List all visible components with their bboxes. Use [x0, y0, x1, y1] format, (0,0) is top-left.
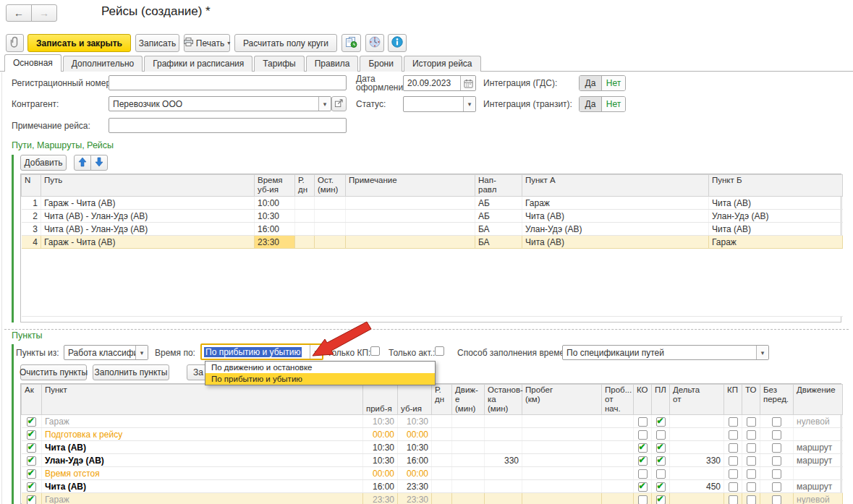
- cell-arrival[interactable]: 23:30: [363, 493, 398, 504]
- checkbox-icon[interactable]: [772, 456, 781, 466]
- cell-days[interactable]: [295, 197, 315, 210]
- cell-active[interactable]: [22, 454, 42, 467]
- status-combo[interactable]: ▾: [403, 96, 476, 112]
- cell-point-b[interactable]: Чита (АВ): [709, 197, 843, 210]
- cell-direction[interactable]: БА: [475, 236, 522, 249]
- clear-points-button[interactable]: Очистить пункты: [20, 364, 87, 380]
- cell-ko[interactable]: [634, 493, 652, 504]
- cell-to[interactable]: [742, 428, 760, 441]
- cell-days[interactable]: [432, 480, 452, 493]
- cell-stop-min[interactable]: [485, 493, 522, 504]
- table-row[interactable]: Подготовка к рейсу 00:00 00:00: [22, 428, 843, 441]
- cell-run-km[interactable]: [522, 493, 602, 504]
- cell-pl[interactable]: [652, 415, 670, 428]
- cell-movement[interactable]: [794, 467, 843, 480]
- cell-point[interactable]: Время отстоя: [42, 467, 363, 480]
- cell-departure[interactable]: 00:00: [398, 428, 432, 441]
- checkbox-icon[interactable]: [772, 482, 781, 492]
- cell-run-km[interactable]: [522, 441, 602, 454]
- cell-departure[interactable]: 00:00: [398, 467, 432, 480]
- trip-note-input[interactable]: [109, 118, 347, 133]
- table-row[interactable]: Улан-Удэ (АВ) 10:30 16:00 330 330 маршру…: [22, 454, 843, 467]
- tab-grafiki[interactable]: Графики и расписания: [144, 56, 252, 72]
- cell-to[interactable]: [742, 493, 760, 504]
- print-button[interactable]: Печать ▾: [184, 34, 230, 52]
- cell-kp[interactable]: [724, 454, 742, 467]
- tab-pravila[interactable]: Правила: [306, 56, 359, 72]
- tab-broni[interactable]: Брони: [360, 56, 402, 72]
- checkbox-icon[interactable]: [638, 469, 648, 479]
- cell-stop-min[interactable]: [485, 415, 522, 428]
- table-row-selected[interactable]: 4 Гараж - Чита (АВ) 23:30 БА Чита (АВ) Г…: [22, 236, 843, 249]
- tab-istoriya[interactable]: История рейса: [404, 56, 481, 72]
- checkbox-checked-icon[interactable]: [27, 417, 36, 427]
- cell-stop-min[interactable]: [485, 467, 522, 480]
- cell-to[interactable]: [742, 467, 760, 480]
- cell-days[interactable]: [295, 223, 315, 236]
- fill-points-button[interactable]: Заполнить пункты: [93, 364, 169, 380]
- cell-departure[interactable]: 23:30: [398, 493, 432, 504]
- table-row[interactable]: 2 Чита (АВ) - Улан-Удэ (АВ) 10:30 АБ Чит…: [22, 210, 843, 223]
- checkbox-checked-icon[interactable]: [27, 469, 36, 479]
- calendar-icon[interactable]: [460, 76, 475, 90]
- cell-point-a[interactable]: Чита (АВ): [522, 210, 709, 223]
- cell-days[interactable]: [295, 236, 315, 249]
- calculate-semicircles-button[interactable]: Расчитать полу круги: [234, 34, 337, 52]
- date-input[interactable]: 20.09.2023: [403, 75, 476, 91]
- table-row[interactable]: Время отстоя 00:00 00:00: [22, 467, 843, 480]
- checkbox-icon[interactable]: [747, 456, 756, 466]
- cell-movement[interactable]: маршрут: [794, 441, 843, 454]
- checkbox-checked-icon[interactable]: [656, 482, 666, 492]
- cell-bez[interactable]: [760, 415, 794, 428]
- move-up-button[interactable]: [74, 155, 91, 171]
- cell-stop[interactable]: [315, 197, 346, 210]
- cell-days[interactable]: [432, 428, 452, 441]
- checkbox-checked-icon[interactable]: [27, 443, 36, 453]
- chevron-down-icon[interactable]: ▾: [756, 346, 768, 359]
- cell-active[interactable]: [22, 441, 42, 454]
- checkbox-icon[interactable]: [772, 495, 781, 504]
- cell-kp[interactable]: [724, 441, 742, 454]
- cell-active[interactable]: [22, 480, 42, 493]
- cell-arrival[interactable]: 10:30: [363, 441, 398, 454]
- cell-note[interactable]: [346, 210, 475, 223]
- cell-path[interactable]: Гараж - Чита (АВ): [41, 236, 255, 249]
- table-row[interactable]: Чита (АВ) 16:00 23:30 450 маршрут: [22, 480, 843, 493]
- cell-point[interactable]: Гараж: [42, 493, 363, 504]
- cell-arrival[interactable]: 10:30: [363, 415, 398, 428]
- cell-ko[interactable]: [634, 480, 652, 493]
- cell-bez[interactable]: [760, 454, 794, 467]
- cell-days[interactable]: [432, 493, 452, 504]
- cell-pl[interactable]: [652, 428, 670, 441]
- cell-point-b[interactable]: Гараж: [709, 236, 843, 249]
- checkbox-checked-icon[interactable]: [27, 482, 36, 492]
- checkbox-icon[interactable]: [729, 495, 738, 504]
- checkbox-checked-icon[interactable]: [656, 417, 666, 427]
- cell-point-a[interactable]: Гараж: [522, 197, 709, 210]
- dropdown-option-selected[interactable]: По прибытию и убытию: [205, 373, 435, 385]
- cell-run-start[interactable]: [602, 428, 634, 441]
- table-row[interactable]: 1 Гараж - Чита (АВ) 10:00 АБ Гараж Чита …: [22, 197, 843, 210]
- cell-pl[interactable]: [652, 493, 670, 504]
- cell-days[interactable]: [432, 467, 452, 480]
- cell-point-a[interactable]: Чита (АВ): [522, 236, 709, 249]
- checkbox-checked-icon[interactable]: [638, 443, 648, 453]
- cell-stop[interactable]: [315, 236, 346, 249]
- cell-run-start[interactable]: [602, 415, 634, 428]
- checkbox-checked-icon[interactable]: [656, 456, 666, 466]
- transit-yes-button[interactable]: Да: [580, 97, 602, 111]
- checkbox-icon[interactable]: [772, 430, 781, 440]
- tab-tarify[interactable]: Тарифы: [254, 56, 304, 72]
- checkbox-icon[interactable]: [747, 430, 756, 440]
- cell-direction[interactable]: АБ: [475, 210, 522, 223]
- cell-to[interactable]: [742, 415, 760, 428]
- cell-active[interactable]: [22, 493, 42, 504]
- cell-ko[interactable]: [634, 428, 652, 441]
- points-from-combo[interactable]: Работа классифика ▾: [64, 345, 148, 360]
- cell-to[interactable]: [742, 480, 760, 493]
- cell-n[interactable]: 2: [22, 210, 41, 223]
- cell-note[interactable]: [346, 223, 475, 236]
- dropdown-option[interactable]: По движению и остановке: [205, 362, 435, 373]
- cell-run-km[interactable]: [522, 415, 602, 428]
- cell-departure[interactable]: 10:30: [255, 210, 295, 223]
